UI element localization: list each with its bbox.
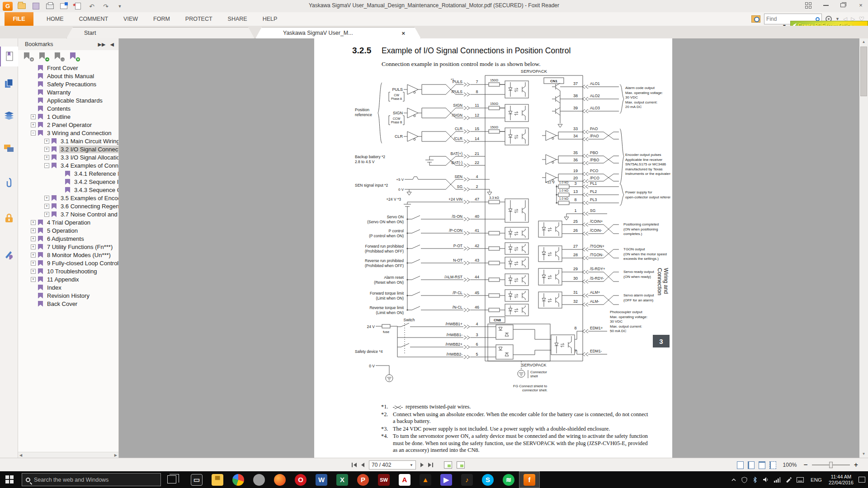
scroll-up-icon[interactable]: ▲ <box>859 38 868 46</box>
bookmark-item[interactable]: +11 Appendix <box>18 275 118 283</box>
bookmark-item[interactable]: +Applicable Standards <box>18 96 118 104</box>
language-indicator[interactable]: ENG <box>809 477 824 483</box>
document-canvas[interactable]: 3.2.5 Example of I/O Signal Connections … <box>119 38 859 458</box>
chevron-up-icon[interactable] <box>731 478 736 482</box>
bookmark-label[interactable]: 3 Wiring and Connection <box>46 129 113 137</box>
bookmark-label[interactable]: 3.7 Noise Control and Measures <box>59 211 118 218</box>
touch-keyboard-icon[interactable] <box>797 477 804 483</box>
bookmark-item[interactable]: +Front Cover <box>18 64 118 72</box>
bookmark-item[interactable]: −3 Wiring and Connection <box>18 129 118 137</box>
bookmark-label[interactable]: 3.2 I/O Signal Connections <box>59 145 118 153</box>
tab-document[interactable]: Yaskawa SigmaV User_M... × <box>255 27 421 38</box>
app-acrobat[interactable]: A <box>394 471 415 488</box>
comments-panel-icon[interactable] <box>0 139 18 159</box>
expander-icon[interactable]: + <box>31 236 36 241</box>
bookmark-label[interactable]: 3.4.1 Reference Input Circu <box>73 170 118 178</box>
menu-comment[interactable]: COMMENT <box>71 12 116 26</box>
bookmark-label[interactable]: 6 Adjustments <box>46 235 85 243</box>
app-chrome[interactable] <box>228 471 249 488</box>
bookmark-label[interactable]: 10 Troubleshooting <box>46 267 99 275</box>
bookmark-item[interactable]: +1 Outline <box>18 113 118 121</box>
bookmark-item[interactable]: +Warranty <box>18 88 118 96</box>
bookmark-label[interactable]: 4 Trial Operation <box>46 219 92 226</box>
scroll-down-icon[interactable]: ▼ <box>859 450 868 458</box>
menu-share[interactable]: SHARE <box>220 12 255 26</box>
network-icon[interactable] <box>774 477 781 483</box>
next-page-button[interactable] <box>420 463 424 467</box>
scroll-thumb[interactable] <box>860 47 867 96</box>
bookmark-label[interactable]: 3.5 Examples of Encoder Conn <box>59 194 118 202</box>
app-device-app[interactable]: ▭ <box>186 471 207 488</box>
signature-panel-icon[interactable] <box>0 244 18 264</box>
menu-view[interactable]: VIEW <box>116 12 146 26</box>
pen-icon[interactable] <box>786 477 792 483</box>
bookmark-label[interactable]: 3.1 Main Circuit Wiring <box>59 137 118 145</box>
bookmark-item[interactable]: +3.4.1 Reference Input Circu <box>18 169 118 178</box>
volume-icon[interactable] <box>763 477 769 483</box>
bookmarks-panel-icon[interactable] <box>0 47 18 66</box>
menu-help[interactable]: HELP <box>255 12 285 26</box>
page-number-box[interactable]: 70 / 402▼ <box>369 460 416 469</box>
expander-icon[interactable]: + <box>31 269 36 274</box>
bookmark-label[interactable]: 3.4.2 Sequence Input Circu <box>73 178 118 186</box>
minimize-button[interactable] <box>823 5 829 6</box>
bookmark-item[interactable]: +3.3 I/O Signal Allocations <box>18 153 118 161</box>
bookmark-item[interactable]: +Revision History <box>18 291 118 300</box>
expander-icon[interactable]: + <box>31 244 36 249</box>
bookmark-item[interactable]: +8 Monitor Modes (Un***) <box>18 251 118 259</box>
app-music-app[interactable]: ♪ <box>457 471 477 488</box>
app-media-app[interactable]: ▶ <box>436 471 457 488</box>
restore-button[interactable] <box>840 3 845 7</box>
expander-icon[interactable]: + <box>44 204 49 209</box>
bookmark-item[interactable]: +3.6 Connecting Regenerative R <box>18 202 118 210</box>
bookmark-label[interactable]: 3.4.3 Sequence Output Cir <box>73 186 118 194</box>
bookmark-label[interactable]: 7 Utility Functions (Fn***) <box>46 243 114 251</box>
bookmark-item[interactable]: +Back Cover <box>18 300 118 308</box>
delete-bookmark-icon[interactable]: × <box>24 52 33 61</box>
add-bookmark-icon[interactable]: + <box>39 52 49 61</box>
bookmark-label[interactable]: Warranty <box>46 89 72 96</box>
app-solidworks[interactable]: SW <box>373 471 394 488</box>
continuous-view-icon[interactable] <box>748 461 755 469</box>
tab-start[interactable]: Start <box>66 27 255 38</box>
clipboard-icon[interactable] <box>457 461 465 469</box>
app-powerpoint[interactable]: P <box>353 471 373 488</box>
bookmark-item[interactable]: +10 Troubleshooting <box>18 267 118 275</box>
first-page-button[interactable] <box>352 463 357 467</box>
hscroll-right-icon[interactable]: ▶ <box>114 453 117 457</box>
task-view-icon[interactable] <box>167 475 176 483</box>
menu-protect[interactable]: PROTECT <box>178 12 220 26</box>
collapse-panel-icon[interactable]: ◀ <box>110 42 114 47</box>
taskbar-search[interactable]: Search the web and Windows <box>22 473 161 486</box>
bookmark-item[interactable]: +Safety Precautions <box>18 80 118 88</box>
bookmark-item[interactable]: +3.5 Examples of Encoder Conn <box>18 194 118 202</box>
start-button[interactable] <box>5 475 14 483</box>
bookmark-label[interactable]: Revision History <box>46 292 91 300</box>
clock[interactable]: 11:44 AM 22/04/2016 <box>829 474 854 486</box>
expander-icon[interactable]: + <box>31 114 36 119</box>
previous-page-button[interactable] <box>361 463 364 467</box>
bookmark-item[interactable]: +3.4.3 Sequence Output Cir <box>18 186 118 194</box>
bookmark-item[interactable]: +6 Adjustments <box>18 235 118 243</box>
app-foxit-reader[interactable]: f <box>519 471 540 488</box>
expander-icon[interactable]: + <box>44 212 49 217</box>
attachments-panel-icon[interactable] <box>0 173 18 193</box>
bookmark-item[interactable]: −3.4 Examples of Connection to <box>18 161 118 169</box>
bookmark-label[interactable]: 5 Operation <box>46 227 79 235</box>
vertical-scrollbar[interactable]: ▲ ▼ <box>859 38 868 458</box>
zoom-slider-handle[interactable] <box>829 462 833 468</box>
expander-icon[interactable]: − <box>44 163 49 168</box>
bookmark-item[interactable]: +Contents <box>18 104 118 113</box>
bookmark-item[interactable]: +3.4.2 Sequence Input Circu <box>18 178 118 186</box>
bookmark-label[interactable]: 1 Outline <box>46 113 72 121</box>
app-file-explorer[interactable]: ▀ <box>207 471 228 488</box>
bookmark-item[interactable]: +7 Utility Functions (Fn***) <box>18 243 118 251</box>
bookmark-item[interactable]: +3.2 I/O Signal Connections <box>18 145 118 153</box>
bookmark-item[interactable]: +2 Panel Operator <box>18 121 118 129</box>
next-bookmark-icon[interactable]: → <box>54 52 64 61</box>
notification-center-icon[interactable] <box>859 477 865 483</box>
hscroll-left-icon[interactable]: ◀ <box>19 453 22 457</box>
bookmark-label[interactable]: 3.3 I/O Signal Allocations <box>59 154 118 161</box>
zoom-slider[interactable] <box>812 465 850 465</box>
expander-icon[interactable]: + <box>44 196 49 201</box>
